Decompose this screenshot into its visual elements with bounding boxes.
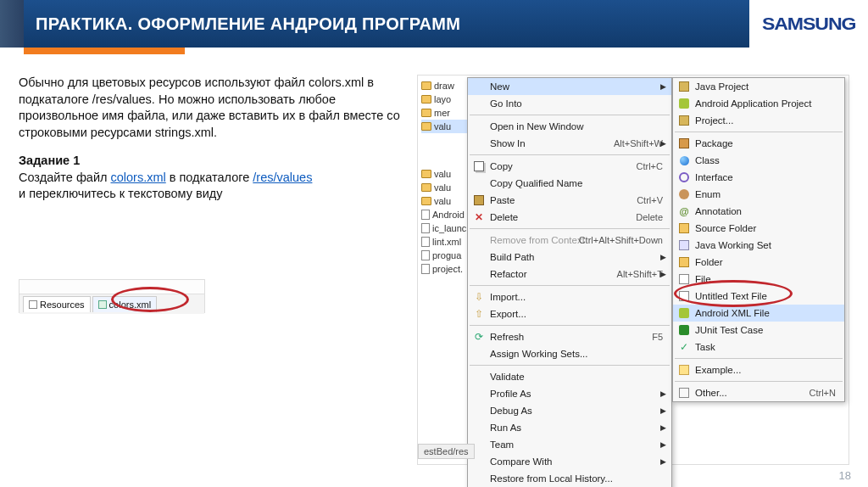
- other-icon: [678, 387, 690, 399]
- folder-icon: [421, 109, 431, 117]
- context-menu-item[interactable]: PasteCtrl+V: [468, 192, 671, 209]
- context-menu-item[interactable]: Open in New Window: [468, 118, 671, 135]
- context-menu-item[interactable]: Build Path▶: [468, 249, 671, 266]
- new-submenu-item[interactable]: JUnit Test Case: [673, 322, 844, 339]
- menu-separator: [470, 228, 670, 229]
- new-submenu-item[interactable]: Java Working Set: [673, 237, 844, 254]
- menu-item-label: Enum: [695, 189, 721, 199]
- new-submenu-item[interactable]: ✓Task: [673, 339, 844, 355]
- context-menu-item[interactable]: Assign Working Sets...: [468, 345, 671, 362]
- folder-icon: [421, 122, 431, 131]
- pkg-icon: [678, 137, 690, 149]
- new-submenu-item[interactable]: Class: [673, 152, 844, 169]
- new-submenu-item[interactable]: Android XML File: [673, 305, 844, 322]
- export-icon: ⇧: [473, 308, 485, 320]
- context-menu-item[interactable]: Run As▶: [468, 419, 671, 436]
- left-column: Обычно для цветовых ресурсов используют …: [19, 75, 409, 313]
- menu-item-label: Android Application Project: [695, 98, 811, 109]
- context-menu-item[interactable]: Go Into: [468, 95, 671, 112]
- context-menu-item[interactable]: ⇧Export...: [468, 305, 671, 322]
- context-menu-item[interactable]: RefactorAlt+Shift+T▶: [468, 266, 671, 283]
- example-icon: [678, 364, 690, 376]
- new-submenu-item[interactable]: @Annotation: [673, 203, 844, 220]
- menu-item-label: Other...: [695, 388, 727, 398]
- menu-item-label: Refresh: [490, 332, 524, 342]
- context-menu-item[interactable]: New▶: [468, 78, 671, 95]
- menu-item-label: JUnit Test Case: [695, 325, 763, 335]
- content-area: Обычно для цветовых ресурсов используют …: [0, 48, 868, 313]
- xml-icon: [98, 300, 107, 309]
- grid-icon: [29, 300, 37, 309]
- import-icon: ⇩: [473, 291, 485, 303]
- new-submenu-item[interactable]: Java Project: [673, 78, 844, 95]
- menu-item-label: Refactor: [490, 269, 526, 279]
- junit-icon: [678, 324, 690, 336]
- copy-icon: [473, 160, 485, 172]
- new-submenu-item[interactable]: Source Folder: [673, 220, 844, 237]
- context-menu-item[interactable]: Validate: [468, 368, 671, 385]
- colors-xml-link[interactable]: colors.xml: [110, 171, 165, 184]
- context-menu-item[interactable]: ✕DeleteDelete: [468, 209, 671, 226]
- file-icon: [421, 264, 430, 274]
- menu-item-label: Example...: [695, 365, 741, 375]
- shortcut-label: Ctrl+V: [637, 195, 663, 205]
- folder-icon: [678, 256, 690, 268]
- new-submenu-item[interactable]: Folder: [673, 254, 844, 271]
- menu-item-label: Show In: [490, 138, 526, 148]
- menu-item-label: Task: [695, 342, 715, 352]
- page-title: ПРАКТИКА. ОФОРМЛЕНИЕ АНДРОИД ПРОГРАММ: [36, 14, 460, 34]
- context-menu-item[interactable]: Profile As▶: [468, 385, 671, 402]
- tab-resources[interactable]: Resources: [23, 296, 91, 313]
- new-submenu-item[interactable]: Project...: [673, 112, 844, 129]
- context-menu: New▶Go IntoOpen in New WindowShow InAlt+…: [467, 77, 672, 487]
- context-menu-item[interactable]: Show InAlt+Shift+W▶: [468, 135, 671, 152]
- delete-icon: ✕: [473, 211, 485, 223]
- new-submenu-item[interactable]: Untitled Text File: [673, 288, 844, 305]
- shortcut-label: Alt+Shift+W: [614, 138, 663, 148]
- proj-icon: [678, 81, 690, 92]
- submenu-arrow-icon: ▶: [660, 457, 666, 466]
- submenu-arrow-icon: ▶: [660, 82, 666, 91]
- menu-item-label: Annotation: [695, 206, 742, 216]
- context-menu-item[interactable]: ⇩Import...: [468, 288, 671, 305]
- tabs-screenshot: Resources colors.xml: [19, 279, 205, 313]
- new-submenu-item[interactable]: File: [673, 271, 844, 288]
- menu-separator: [470, 365, 670, 366]
- context-menu-item: Remove from ContextCtrl+Alt+Shift+Down: [468, 232, 671, 249]
- context-menu-item[interactable]: Compare With▶: [468, 453, 671, 470]
- file-icon: [421, 223, 430, 233]
- menu-item-label: Go Into: [490, 98, 522, 109]
- submenu-arrow-icon: ▶: [660, 389, 666, 398]
- tab-colors-xml[interactable]: colors.xml: [92, 296, 158, 313]
- new-submenu-item[interactable]: Enum: [673, 186, 844, 203]
- menu-item-label: Project...: [695, 115, 733, 126]
- submenu-arrow-icon: ▶: [660, 423, 666, 432]
- slide-header: ПРАКТИКА. ОФОРМЛЕНИЕ АНДРОИД ПРОГРАММ SA…: [0, 0, 868, 48]
- new-submenu-item[interactable]: Example...: [673, 361, 844, 378]
- context-menu-item[interactable]: Team▶: [468, 436, 671, 453]
- eclipse-screenshot: draw layo mer valu valu valu valu Androi…: [417, 75, 849, 465]
- context-menu-item[interactable]: Debug As▶: [468, 402, 671, 419]
- enum-icon: [678, 188, 690, 200]
- submenu-arrow-icon: ▶: [660, 440, 666, 449]
- res-values-link[interactable]: /res/values: [253, 171, 312, 184]
- new-submenu-item[interactable]: Interface: [673, 169, 844, 186]
- menu-separator: [675, 381, 843, 382]
- context-menu-item[interactable]: ⟳RefreshF5: [468, 328, 671, 345]
- new-submenu-item[interactable]: Other...Ctrl+N: [673, 384, 844, 401]
- menu-item-label: Folder: [695, 257, 723, 267]
- menu-separator: [470, 115, 670, 115]
- new-submenu-item[interactable]: Android Application Project: [673, 95, 844, 112]
- jws-icon: [678, 239, 690, 251]
- task-text: Создайте файл colors.xml в подкаталоге /…: [19, 171, 312, 201]
- orange-underline: [24, 48, 185, 54]
- new-submenu-item[interactable]: Package: [673, 135, 844, 152]
- context-menu-item[interactable]: CopyCtrl+C: [468, 158, 671, 175]
- menu-item-label: Build Path: [490, 252, 534, 262]
- menu-item-label: Profile As: [490, 389, 531, 399]
- folder-icon: [421, 170, 431, 178]
- context-menu-item[interactable]: Restore from Local History...: [468, 470, 671, 487]
- refresh-icon: ⟳: [473, 331, 485, 343]
- path-indicator: estBed/res: [418, 444, 475, 459]
- context-menu-item[interactable]: Copy Qualified Name: [468, 175, 671, 192]
